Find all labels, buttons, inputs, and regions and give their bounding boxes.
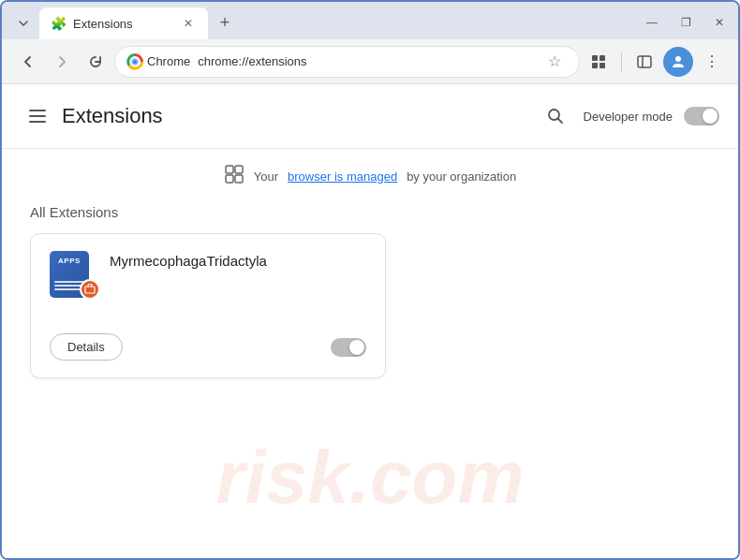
extensions-menu-button[interactable] [584, 47, 614, 77]
watermark: risk.com [215, 435, 524, 521]
bookmark-button[interactable]: ☆ [541, 49, 568, 75]
extension-toggle[interactable] [331, 338, 366, 357]
details-button[interactable]: Details [50, 333, 123, 361]
svg-rect-13 [226, 166, 233, 173]
header-right: Developer mode [539, 99, 719, 133]
svg-rect-7 [599, 63, 605, 68]
new-tab-button[interactable]: + [212, 9, 238, 36]
more-menu-button[interactable]: ⋮ [697, 47, 727, 77]
extension-badge [80, 279, 100, 300]
extension-name: MyrmecophagaTridactyla [110, 251, 267, 269]
tab-title: Extensions [73, 17, 172, 31]
chrome-brand: Chrome [126, 53, 190, 70]
main-content: risk.com Extensions Developer mode [2, 84, 738, 558]
managed-notice: Your browser is managed by your organiza… [2, 149, 738, 204]
title-bar: 🧩 Extensions ✕ + — ❐ ✕ [2, 2, 738, 39]
svg-rect-16 [235, 175, 243, 183]
tab-close-button[interactable]: ✕ [180, 15, 197, 32]
svg-rect-4 [592, 55, 598, 61]
hamburger-line-3 [29, 121, 46, 123]
extension-badge-icon [84, 284, 96, 295]
nav-divider [621, 52, 622, 71]
address-bar[interactable]: Chrome chrome://extensions ☆ [114, 46, 580, 78]
svg-rect-5 [599, 55, 605, 61]
svg-line-12 [557, 119, 562, 124]
managed-icon [224, 164, 244, 189]
toggle-knob [703, 109, 718, 124]
hamburger-line-2 [29, 115, 46, 117]
svg-point-10 [675, 56, 681, 62]
tab-list-button[interactable] [11, 11, 36, 36]
apps-label: APPS [58, 257, 81, 265]
nav-right-controls: ⋮ [584, 47, 727, 77]
managed-text-post: by your organization [407, 169, 516, 184]
extension-card: APPS MyrmecophagaTridactyla [30, 233, 386, 378]
browser-window: 🧩 Extensions ✕ + — ❐ ✕ [0, 0, 740, 560]
sidebar-toggle-button[interactable] [629, 47, 659, 77]
all-extensions-heading: All Extensions [30, 204, 710, 220]
svg-point-3 [133, 59, 138, 64]
back-button[interactable] [13, 47, 43, 77]
developer-mode-label: Developer mode [584, 110, 673, 124]
minimize-button[interactable]: — [643, 13, 661, 32]
extension-card-header: APPS MyrmecophagaTridactyla [50, 251, 366, 296]
maximize-button[interactable]: ❐ [676, 13, 695, 32]
tab-bar: 🧩 Extensions ✕ + [39, 7, 238, 39]
tab-favicon-icon: 🧩 [51, 16, 66, 31]
address-text: chrome://extensions [198, 54, 534, 68]
search-button[interactable] [539, 99, 572, 133]
extensions-header: Extensions Developer mode [2, 84, 738, 149]
hamburger-line-1 [29, 110, 46, 111]
svg-rect-14 [235, 166, 243, 173]
hamburger-menu-button[interactable] [21, 99, 54, 133]
all-extensions-section: All Extensions APPS [2, 204, 738, 378]
developer-mode-toggle[interactable] [684, 107, 719, 125]
svg-rect-6 [592, 63, 598, 68]
reload-button[interactable] [81, 47, 111, 77]
extension-card-footer: Details [50, 333, 366, 361]
close-button[interactable]: ✕ [710, 13, 729, 32]
extension-toggle-knob [349, 340, 364, 355]
forward-button[interactable] [47, 47, 77, 77]
active-tab[interactable]: 🧩 Extensions ✕ [39, 7, 208, 39]
chrome-logo-icon [126, 53, 143, 70]
svg-rect-17 [85, 287, 95, 293]
chrome-text: Chrome [147, 54, 190, 68]
managed-link[interactable]: browser is managed [288, 169, 397, 184]
extension-icon-wrap: APPS [50, 251, 95, 296]
profile-button[interactable] [663, 47, 693, 77]
svg-rect-15 [226, 175, 233, 183]
page-title: Extensions [62, 104, 163, 128]
window-controls: — ❐ ✕ [643, 13, 729, 39]
managed-text-pre: Your [254, 169, 278, 184]
svg-rect-8 [638, 56, 651, 67]
navigation-bar: Chrome chrome://extensions ☆ ⋮ [2, 39, 738, 84]
